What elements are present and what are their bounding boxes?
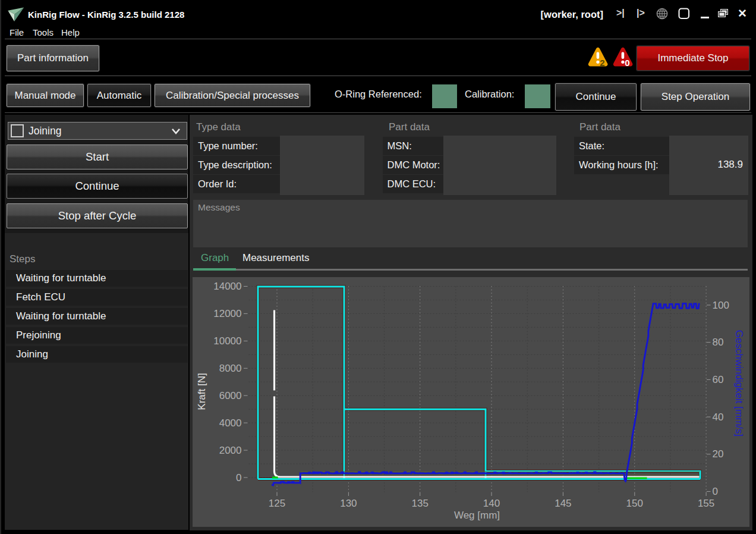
svg-text:20: 20: [712, 448, 723, 460]
svg-text:12000: 12000: [213, 307, 241, 319]
svg-text:155: 155: [697, 498, 714, 509]
svg-text:40: 40: [712, 411, 723, 422]
svg-text:4000: 4000: [219, 417, 241, 428]
svg-text:2: 2: [600, 58, 604, 68]
svg-text:10000: 10000: [213, 335, 241, 346]
svg-text:6000: 6000: [219, 389, 241, 401]
svg-text:100: 100: [712, 299, 729, 310]
svg-text:125: 125: [268, 498, 285, 509]
svg-text:150: 150: [626, 498, 642, 509]
svg-text:140: 140: [483, 498, 499, 509]
svg-text:8000: 8000: [219, 362, 241, 373]
svg-text:0: 0: [712, 486, 717, 497]
svg-text:80: 80: [712, 337, 723, 348]
svg-text:0: 0: [236, 472, 241, 483]
svg-text:145: 145: [555, 498, 571, 509]
svg-text:60: 60: [712, 373, 723, 385]
svg-text:0: 0: [625, 58, 629, 68]
svg-text:Kraft [N]: Kraft [N]: [196, 373, 207, 410]
svg-text:Geschwindigkeit [mm/s]: Geschwindigkeit [mm/s]: [733, 329, 745, 436]
svg-text:130: 130: [340, 498, 357, 509]
svg-text:2000: 2000: [219, 444, 241, 456]
svg-text:Weg [mm]: Weg [mm]: [453, 510, 499, 521]
svg-text:135: 135: [411, 498, 428, 509]
svg-text:14000: 14000: [213, 281, 241, 292]
